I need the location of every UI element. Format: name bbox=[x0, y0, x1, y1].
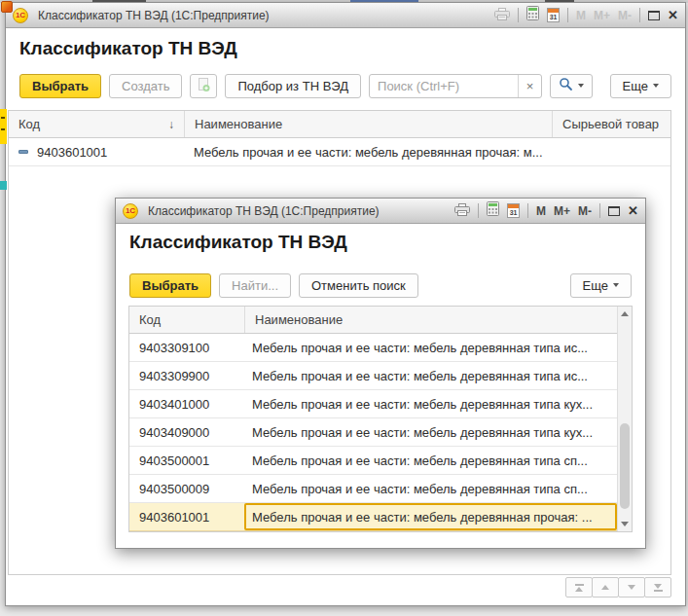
window-title: Классификатор ТН ВЭД (1С:Предприятие) bbox=[38, 9, 270, 22]
search-box: × bbox=[369, 74, 542, 98]
maximize-icon[interactable] bbox=[648, 11, 660, 20]
cell-code: 9403401000 bbox=[129, 397, 244, 412]
main-toolbar: Выбрать Создать Подбор из ТН ВЭД × Еще bbox=[19, 73, 671, 98]
separator bbox=[599, 203, 600, 218]
memory-m-button[interactable]: M bbox=[536, 204, 546, 218]
column-header-code[interactable]: Код bbox=[129, 307, 244, 333]
cell-code: 9403309100 bbox=[129, 341, 244, 355]
column-header-name[interactable]: Наименование bbox=[184, 111, 552, 137]
select-button[interactable]: Выбрать bbox=[19, 74, 101, 98]
print-icon[interactable] bbox=[494, 7, 510, 24]
1c-logo-icon: 1С bbox=[123, 203, 138, 219]
magnifier-icon bbox=[559, 77, 573, 94]
table-row-selected[interactable]: 9403601001 Мебель прочая и ее части: меб… bbox=[129, 503, 632, 531]
select-button[interactable]: Выбрать bbox=[129, 273, 211, 298]
separator bbox=[567, 8, 568, 22]
maximize-icon[interactable] bbox=[608, 206, 620, 216]
cell-name: Мебель прочая и ее части: мебель деревян… bbox=[244, 475, 617, 502]
table-row[interactable]: 9403309100 Мебель прочая и ее части: меб… bbox=[129, 334, 632, 362]
table-row[interactable]: 9403601001 Мебель прочая и ее части: меб… bbox=[9, 138, 670, 166]
modal-page-title: Классификатор ТН ВЭД bbox=[129, 232, 347, 253]
copy-button[interactable] bbox=[190, 74, 217, 98]
copy-document-icon bbox=[196, 77, 211, 95]
calculator-icon[interactable] bbox=[487, 201, 499, 220]
cell-code: 9403500001 bbox=[129, 453, 244, 468]
memory-mminus-button[interactable]: M- bbox=[578, 204, 592, 218]
code-value: 9403601001 bbox=[37, 145, 107, 160]
chevron-down-icon bbox=[613, 283, 619, 287]
search-input[interactable] bbox=[370, 75, 518, 97]
table-row[interactable]: 9403500001 Мебель прочая и ее части: меб… bbox=[129, 447, 632, 475]
clear-search-icon[interactable]: × bbox=[518, 75, 541, 97]
cell-name: Мебель прочая и ее части: мебель деревян… bbox=[244, 334, 617, 361]
close-icon[interactable]: ✕ bbox=[628, 204, 638, 217]
vertical-scrollbar[interactable] bbox=[617, 307, 632, 531]
cell-code: 9403601001 bbox=[129, 510, 244, 525]
scroll-down-button[interactable] bbox=[618, 517, 632, 531]
calculator-icon[interactable] bbox=[526, 6, 539, 24]
separator bbox=[518, 8, 519, 22]
column-header-code[interactable]: Код ↓ bbox=[9, 111, 184, 137]
separator bbox=[639, 8, 640, 22]
memory-mminus-button[interactable]: M- bbox=[618, 9, 632, 22]
table-row[interactable]: 9403401000 Мебель прочая и ее части: меб… bbox=[129, 390, 632, 418]
background-left-accent-teal bbox=[0, 181, 7, 190]
table-row[interactable]: 9403500009 Мебель прочая и ее части: меб… bbox=[129, 475, 632, 503]
record-navigation bbox=[566, 577, 671, 598]
nav-first-button[interactable] bbox=[565, 577, 593, 598]
pick-from-tnved-button[interactable]: Подбор из ТН ВЭД bbox=[225, 74, 361, 98]
page-title: Классификатор ТН ВЭД bbox=[19, 38, 237, 59]
background-left-accent bbox=[0, 109, 7, 144]
modal-window-title: Классификатор ТН ВЭД (1С:Предприятие) bbox=[148, 204, 380, 218]
modal-window: 1С Классификатор ТН ВЭД (1С:Предприятие)… bbox=[115, 198, 646, 549]
nav-next-button[interactable] bbox=[618, 577, 645, 598]
cell-code: 9403409000 bbox=[129, 425, 244, 440]
modal-titlebar[interactable]: 1С Классификатор ТН ВЭД (1С:Предприятие)… bbox=[116, 199, 645, 224]
search-options-button[interactable] bbox=[550, 74, 593, 98]
more-button[interactable]: Еще bbox=[610, 74, 671, 98]
cancel-search-button[interactable]: Отменить поиск bbox=[299, 273, 418, 298]
separator bbox=[478, 203, 479, 218]
cell-name: Мебель прочая и ее части: мебель деревян… bbox=[244, 390, 617, 417]
column-header-name[interactable]: Наименование bbox=[244, 307, 632, 333]
column-header-code-label: Код bbox=[18, 117, 40, 131]
scroll-up-button[interactable] bbox=[618, 307, 632, 321]
more-button-label: Еще bbox=[623, 79, 648, 93]
main-grid-header: Код ↓ Наименование Сырьевой товар bbox=[9, 111, 670, 138]
cell-name: Мебель прочая и ее части: мебель деревян… bbox=[244, 418, 617, 446]
modal-grid-header: Код Наименование bbox=[129, 307, 632, 334]
cell-name-focused: Мебель прочая и ее части: мебель деревян… bbox=[244, 503, 617, 530]
modal-grid: Код Наименование 9403309100 Мебель проча… bbox=[128, 306, 633, 532]
create-button[interactable]: Создать bbox=[109, 74, 182, 98]
chevron-down-icon bbox=[653, 84, 659, 88]
table-row[interactable]: 9403309900 Мебель прочая и ее части: меб… bbox=[129, 362, 632, 390]
more-button[interactable]: Еще bbox=[570, 273, 632, 298]
background-app-icon bbox=[1, 1, 13, 13]
cell-code: 9403500009 bbox=[129, 482, 244, 496]
close-icon[interactable]: ✕ bbox=[668, 9, 678, 21]
modal-toolbar: Выбрать Найти... Отменить поиск Еще bbox=[129, 272, 632, 298]
sort-desc-icon: ↓ bbox=[168, 118, 174, 131]
memory-m-button[interactable]: M bbox=[576, 9, 586, 22]
scroll-thumb[interactable] bbox=[620, 423, 630, 509]
table-row[interactable]: 9403409000 Мебель прочая и ее части: меб… bbox=[129, 418, 632, 447]
cell-name: Мебель прочая и ее части: мебель деревян… bbox=[244, 362, 617, 389]
calendar-icon[interactable]: 31 bbox=[507, 203, 520, 218]
print-icon[interactable] bbox=[454, 202, 470, 220]
cell-code: 9403601001 bbox=[9, 145, 184, 160]
memory-mplus-button[interactable]: M+ bbox=[554, 204, 570, 218]
1c-logo-icon: 1С bbox=[13, 8, 28, 23]
column-header-raw-material[interactable]: Сырьевой товар bbox=[552, 111, 670, 137]
chevron-down-icon bbox=[578, 84, 584, 88]
nav-last-button[interactable] bbox=[644, 577, 671, 598]
find-button[interactable]: Найти... bbox=[219, 273, 291, 298]
more-button-label: Еще bbox=[583, 278, 608, 293]
item-marker-icon bbox=[18, 150, 28, 154]
cell-name: Мебель прочая и ее части: мебель деревян… bbox=[244, 447, 617, 474]
cell-name: Мебель прочая и ее части: мебель деревян… bbox=[184, 145, 670, 160]
main-titlebar[interactable]: 1С Классификатор ТН ВЭД (1С:Предприятие)… bbox=[6, 3, 685, 28]
separator bbox=[527, 203, 528, 218]
memory-mplus-button[interactable]: M+ bbox=[594, 9, 610, 22]
calendar-icon[interactable]: 31 bbox=[547, 8, 560, 22]
nav-prev-button[interactable] bbox=[592, 577, 619, 598]
